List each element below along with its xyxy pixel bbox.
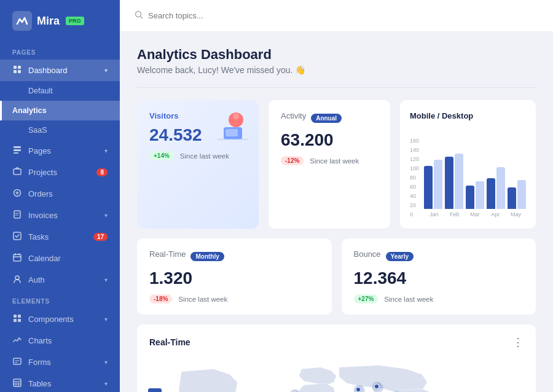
visitors-footer: +14% Since last week: [149, 151, 246, 160]
sidebar-item-saas[interactable]: SaaS: [0, 120, 120, 140]
zoom-in-button[interactable]: +: [148, 388, 162, 392]
dashboard-label: Dashboard: [28, 66, 68, 75]
tasks-badge: 17: [93, 233, 108, 241]
bounce-header: Bounce Yearly: [354, 249, 524, 264]
logo-text: Mira: [37, 15, 60, 28]
activity-label: Activity: [281, 111, 306, 120]
svg-rect-23: [226, 129, 238, 136]
bounce-footer: +27% Since last week: [354, 294, 524, 304]
auth-label: Auth: [28, 275, 45, 284]
tables-label: Tables: [28, 379, 52, 388]
divider: [137, 87, 536, 88]
realtime-since: Since last week: [178, 296, 227, 303]
dashboard-chevron: ▾: [104, 67, 108, 74]
tasks-label: Tasks: [28, 232, 49, 241]
main-content: Analytics Dashboard Welcome back, Lucy! …: [120, 0, 553, 392]
orders-label: Orders: [28, 189, 53, 198]
svg-rect-11: [14, 254, 21, 261]
sidebar-item-invoices[interactable]: Invoices ▾: [0, 205, 120, 226]
svg-rect-5: [14, 149, 21, 151]
world-map-svg: [149, 355, 524, 392]
realtime-header: Real-Time Monthly: [149, 249, 320, 264]
bounce-value: 12.364: [354, 269, 524, 288]
projects-icon: [12, 167, 22, 178]
map-zoom-controls: + −: [148, 388, 162, 392]
bars-area: [424, 129, 526, 209]
svg-rect-17: [14, 358, 21, 364]
pages-icon: [12, 146, 22, 156]
map-section: Real-Time ⋮: [137, 324, 536, 392]
sidebar-item-orders[interactable]: Orders: [0, 183, 120, 205]
sidebar-item-calendar[interactable]: Calendar: [0, 248, 120, 269]
topbar: [120, 0, 553, 32]
auth-chevron: ▾: [104, 276, 108, 283]
search-icon: [135, 10, 143, 21]
pages-section-label: PAGES: [0, 42, 120, 60]
bar-may-dark: [508, 187, 516, 209]
sidebar-item-analytics[interactable]: Analytics: [0, 101, 120, 120]
svg-point-19: [136, 12, 141, 17]
activity-card: Activity Annual 63.200 -12% Since last w…: [269, 100, 390, 229]
svg-point-21: [233, 113, 239, 119]
pages-chevron: ▾: [104, 147, 108, 154]
search-input[interactable]: [148, 11, 283, 20]
sidebar-item-pages[interactable]: Pages ▾: [0, 140, 120, 162]
visitors-since: Since last week: [180, 152, 229, 160]
bar-may-light: [517, 180, 526, 209]
calendar-icon: [12, 253, 22, 264]
sidebar-item-tables[interactable]: Tables ▾: [0, 373, 120, 392]
stats-row2: Real-Time Monthly 1.320 -18% Since last …: [137, 238, 536, 315]
svg-rect-3: [18, 70, 21, 73]
sidebar-item-forms[interactable]: Forms ▾: [0, 351, 120, 373]
bounce-change-tag: +27%: [354, 294, 378, 304]
bar-mar-light: [476, 181, 484, 209]
activity-footer: -12% Since last week: [281, 156, 378, 165]
map-dot-6: [374, 383, 380, 390]
map-menu-icon[interactable]: ⋮: [512, 335, 524, 349]
page-title: Analytics Dashboard: [137, 47, 536, 63]
world-map: [149, 355, 524, 392]
components-chevron: ▾: [104, 316, 108, 323]
orders-icon: [12, 189, 22, 199]
realtime-badge: Monthly: [190, 252, 224, 261]
forms-icon: [12, 357, 22, 367]
sidebar-item-tasks[interactable]: Tasks 17: [0, 226, 120, 248]
svg-point-12: [15, 276, 19, 280]
realtime-change-tag: -18%: [149, 294, 172, 304]
svg-rect-2: [14, 70, 17, 73]
bar-group-jan: [424, 160, 442, 209]
tables-icon: [12, 378, 22, 389]
svg-rect-0: [14, 66, 17, 69]
activity-value: 63.200: [281, 130, 378, 150]
svg-rect-6: [14, 152, 18, 154]
bar-group-mar: [466, 181, 484, 209]
auth-icon: [12, 275, 22, 285]
sidebar-item-charts[interactable]: Charts: [0, 330, 120, 351]
chart-y-labels: 0 20 40 60 80 100 120 140 160: [410, 138, 419, 218]
bar-group-feb: [445, 154, 463, 209]
map-title: Real-Time: [149, 337, 190, 347]
map-header: Real-Time ⋮: [149, 335, 524, 349]
svg-rect-1: [18, 66, 21, 69]
calendar-label: Calendar: [28, 254, 61, 263]
activity-change-tag: -12%: [281, 156, 304, 165]
sidebar-item-projects[interactable]: Projects 8: [0, 162, 120, 183]
bar-mar-dark: [466, 186, 474, 209]
sidebar-item-default[interactable]: Default: [0, 81, 120, 101]
tables-chevron: ▾: [104, 380, 108, 387]
logo-area: Mira PRO: [0, 0, 120, 42]
dashboard-icon: [12, 65, 22, 76]
bar-feb-dark: [445, 157, 453, 209]
bar-group-may: [508, 180, 526, 209]
sidebar-item-dashboard[interactable]: Dashboard ▾: [0, 60, 120, 81]
sidebar-item-auth[interactable]: Auth ▾: [0, 269, 120, 291]
bar-group-apr: [487, 167, 505, 209]
elements-section-label: ELEMENTS: [0, 291, 120, 308]
svg-rect-7: [14, 169, 21, 174]
realtime-card: Real-Time Monthly 1.320 -18% Since last …: [137, 238, 332, 315]
bounce-label: Bounce: [354, 249, 381, 259]
svg-rect-4: [14, 146, 21, 148]
bar-feb-light: [455, 154, 463, 209]
sidebar-item-components[interactable]: Components ▾: [0, 308, 120, 330]
activity-since: Since last week: [310, 157, 359, 165]
